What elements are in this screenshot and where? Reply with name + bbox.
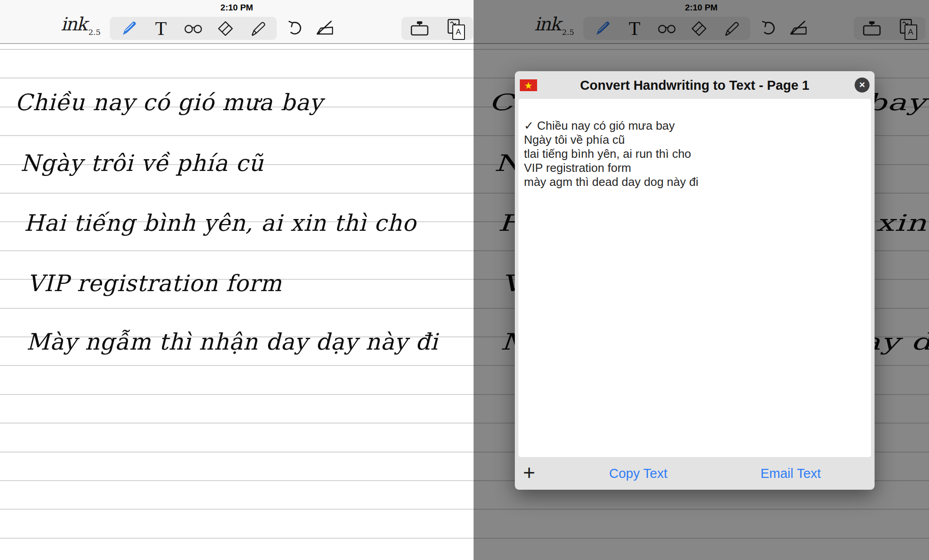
panel-right: 2:10 PM ink2.5 T <box>474 0 929 560</box>
handwriting-line: Hai tiếng bình yên, ai xin thì cho <box>24 210 416 236</box>
converted-text-line: tlai tiếng bình yên, ai run thì cho <box>524 147 863 161</box>
text-tool-icon: T <box>155 19 167 38</box>
convert-letter: A <box>452 24 465 40</box>
text-tool-button[interactable]: T <box>151 18 171 39</box>
undo-button[interactable] <box>285 18 305 39</box>
plus-icon: + <box>523 461 535 484</box>
handwriting-line: Ngày trôi về phía cũ <box>20 150 264 176</box>
highlighter-tool-button[interactable] <box>248 18 268 39</box>
dialog-title: Convert Handwriting to Text - Page 1 <box>515 71 875 99</box>
convert-pages-icon: A <box>446 18 464 39</box>
converted-text-line: ✓ Chiều nay có gió mưa bay <box>524 119 863 133</box>
tool-palette: T <box>110 17 277 40</box>
convert-handwriting-button[interactable]: A <box>445 18 465 39</box>
present-to-display-button[interactable] <box>410 18 430 39</box>
ink-version: 2.5 <box>88 28 101 37</box>
converted-text-line: Ngày tôi về phía cũ <box>524 133 863 147</box>
converted-text-line: VIP registration form <box>524 161 863 175</box>
vietnam-flag-icon: ★ <box>520 79 537 91</box>
share-palette: A <box>401 17 473 40</box>
close-button[interactable]: ✕ <box>855 78 870 93</box>
projector-icon <box>409 19 430 38</box>
glasses-icon <box>183 19 203 38</box>
dialog-footer: + Copy Text Email Text <box>515 457 875 490</box>
email-text-button[interactable]: Email Text <box>760 466 821 481</box>
copy-text-button[interactable]: Copy Text <box>609 466 667 481</box>
pen-icon <box>120 19 138 38</box>
status-time: 2:10 PM <box>0 3 474 13</box>
handwriting-line: VIP registration form <box>27 270 282 297</box>
convert-dialog: ★ Convert Handwriting to Text - Page 1 ✕… <box>515 71 875 490</box>
eraser-icon <box>216 19 235 38</box>
handwriting-line: Mày ngẫm thì nhận day dạy này đi <box>26 329 438 355</box>
app-screen: 2:10 PM ink2.5 T <box>0 0 929 560</box>
scribble-pen-icon <box>315 19 335 37</box>
ink-logo: ink2.5 <box>61 14 99 34</box>
view-tool-button[interactable] <box>183 18 203 39</box>
pen-tool-button[interactable] <box>119 18 139 39</box>
notebook-page[interactable]: Chiều nay có gió mưa bay Ngày trôi về ph… <box>0 44 474 560</box>
add-button[interactable]: + <box>523 462 535 483</box>
undo-icon <box>286 19 303 37</box>
converted-text-line: mày agm thì dead day dog này đi <box>524 175 863 189</box>
panel-left: 2:10 PM ink2.5 T <box>0 0 474 560</box>
close-icon: ✕ <box>859 80 865 90</box>
top-chrome: 2:10 PM ink2.5 T <box>0 0 474 44</box>
eraser-tool-button[interactable] <box>215 18 235 39</box>
converted-text-area[interactable]: ✓ Chiều nay có gió mưa bay Ngày tôi về p… <box>518 99 871 457</box>
scribble-erase-button[interactable] <box>315 18 335 39</box>
highlighter-icon <box>249 19 267 38</box>
dialog-header: ★ Convert Handwriting to Text - Page 1 ✕ <box>515 71 875 99</box>
handwriting-line: Chiều nay có gió mưa bay <box>15 89 323 116</box>
